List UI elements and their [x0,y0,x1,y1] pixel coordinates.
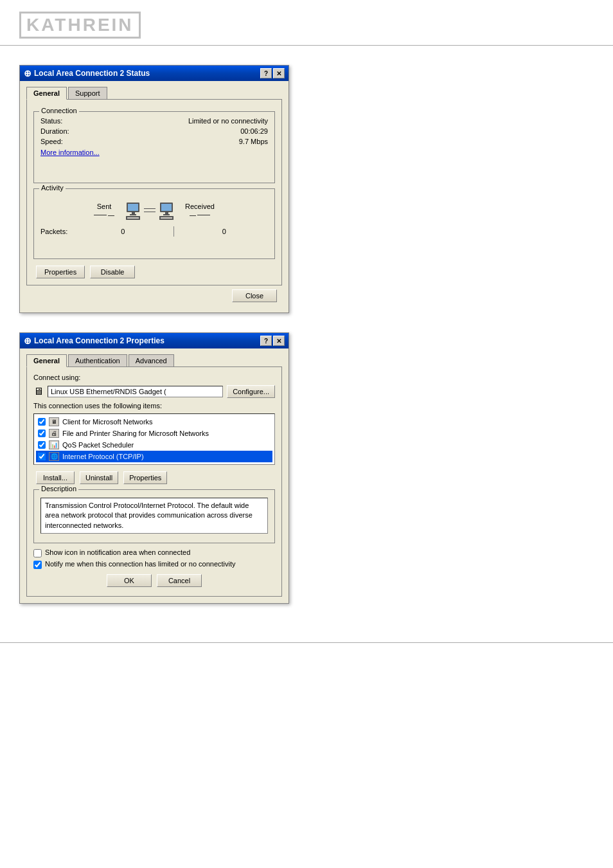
item-icon-0: 🖥 [49,417,59,426]
tab-support-status[interactable]: Support [68,87,107,100]
help-button[interactable]: ? [260,68,272,78]
status-tabs: General Support [26,86,282,99]
item-icon-3: 🌐 [49,452,59,461]
received-label: Received [185,203,215,210]
item-label-1: File and Printer Sharing for Microsoft N… [62,429,209,437]
checkbox-1[interactable] [38,429,46,437]
status-titlebar[interactable]: ⊕ Local Area Connection 2 Status ? ✕ [20,66,289,81]
duration-row: Duration: 00:06:29 [40,127,268,135]
uninstall-button[interactable]: Uninstall [80,471,118,484]
list-item-2[interactable]: 📊 QoS Packet Scheduler [36,439,272,451]
received-arrow: — [190,212,196,219]
checkbox-3[interactable] [38,453,46,460]
close-button[interactable]: ✕ [273,68,285,78]
list-item-1[interactable]: 🖨 File and Printer Sharing for Microsoft… [36,428,272,439]
packets-values: 0 0 [79,226,268,237]
left-monitor [127,203,139,212]
list-item-0[interactable]: 🖥 Client for Microsoft Networks [36,416,272,428]
props-connection-icon: ⊕ [24,336,31,346]
activity-section: Activity Sent — [33,188,275,259]
list-item-3[interactable]: 🌐 Internet Protocol (TCP/IP) [36,451,272,462]
activity-section-label: Activity [39,184,66,192]
connection-section: Connection Status: Limited or no connect… [33,111,275,183]
sent-label: Sent [97,203,112,210]
properties-tab-content: Connect using: 🖥 Linux USB Ethernet/RNDI… [26,366,282,597]
props-title-controls: ? ✕ [260,336,285,346]
status-button-row: Properties Disable [33,266,275,278]
right-base [163,214,170,215]
checkbox-0[interactable] [38,418,46,426]
notify-row: Notify me when this connection has limit… [33,560,275,569]
right-computer [159,203,173,220]
status-dialog-body: General Support Connection Status: Limit… [20,81,289,312]
kathrein-logo: KATHREIN [19,12,141,39]
status-tab-content: Connection Status: Limited or no connect… [26,99,282,285]
description-text: Transmission Control Protocol/Internet P… [40,498,268,534]
props-help-button[interactable]: ? [260,336,272,346]
install-button-row: Install... Uninstall Properties [33,471,275,484]
left-base [130,214,136,215]
connect-using-label: Connect using: [33,374,275,381]
disable-button[interactable]: Disable [90,266,135,278]
item-properties-button[interactable]: Properties [123,471,167,484]
show-icon-checkbox[interactable] [33,549,42,557]
properties-tabs: General Authentication Advanced [26,354,282,366]
configure-button[interactable]: Configure... [227,385,275,398]
packets-label: Packets: [40,228,79,235]
received-line-container: — [190,212,210,219]
items-label: This connection uses the following items… [33,402,275,410]
status-dialog: ⊕ Local Area Connection 2 Status ? ✕ Gen… [19,65,289,313]
install-button[interactable]: Install... [36,471,75,484]
device-name: Linux USB Ethernet/RNDIS Gadget ( [48,386,223,397]
speed-value: 9.7 Mbps [239,138,268,145]
device-icon: 🖥 [33,386,44,397]
right-tower [159,216,173,220]
connection-icon: ⊕ [24,68,31,78]
item-icon-2: 📊 [49,440,59,449]
item-label-0: Client for Microsoft Networks [62,418,153,426]
checkbox-2[interactable] [38,441,46,449]
activity-row: Sent — [40,201,268,220]
title-controls: ? ✕ [260,68,285,78]
ok-cancel-row: OK Cancel [33,574,275,590]
status-dialog-title: Local Area Connection 2 Status [34,69,150,78]
status-label: Status: [40,117,62,125]
props-title-left: ⊕ Local Area Connection 2 Properties [24,336,164,346]
description-section: Description Transmission Control Protoco… [33,489,275,543]
network-icon [126,201,173,220]
cancel-button[interactable]: Cancel [157,574,202,587]
sent-arrow: — [108,212,114,219]
properties-button[interactable]: Properties [36,266,85,278]
more-info-link[interactable]: More information... [40,149,100,156]
tab-general-props[interactable]: General [26,354,67,367]
page-footer [0,642,613,656]
connect-using-section: Connect using: 🖥 Linux USB Ethernet/RNDI… [33,374,275,398]
notify-checkbox[interactable] [33,561,42,569]
left-computer [126,203,140,220]
tab-general-status[interactable]: General [26,87,67,100]
page-header: KATHREIN [0,0,613,46]
left-tower [126,216,140,220]
speed-row: Speed: 9.7 Mbps [40,138,268,145]
props-close-button[interactable]: ✕ [273,336,285,346]
items-list: 🖥 Client for Microsoft Networks 🖨 File a… [33,413,275,465]
item-label-2: QoS Packet Scheduler [62,441,134,449]
ok-button[interactable]: OK [107,574,152,587]
duration-label: Duration: [40,127,69,135]
received-container: Received — [185,203,215,219]
tab-authentication-props[interactable]: Authentication [68,354,127,367]
packets-row: Packets: 0 0 [40,226,268,237]
page-content: ⊕ Local Area Connection 2 Status ? ✕ Gen… [0,46,613,623]
close-dialog-button[interactable]: Close [232,289,277,302]
description-label: Description [39,485,78,493]
tab-advanced-props[interactable]: Advanced [129,354,174,367]
computers-container [126,201,173,220]
duration-value: 00:06:29 [240,127,268,135]
item-label-3: Internet Protocol (TCP/IP) [62,453,144,460]
packets-sent: 0 [79,228,167,235]
properties-titlebar[interactable]: ⊕ Local Area Connection 2 Properties ? ✕ [20,333,289,348]
cable-top [144,208,155,209]
received-line [197,215,210,215]
packets-received: 0 [181,228,269,235]
status-dialog-footer: Close [26,285,282,306]
